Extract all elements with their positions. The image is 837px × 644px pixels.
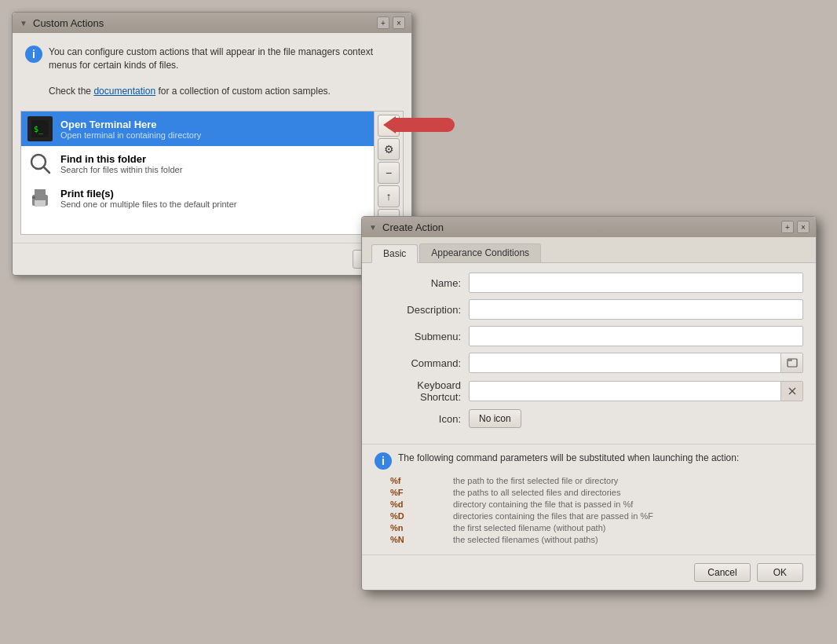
action-text-terminal: Open Terminal Here Open terminal in cont… — [60, 119, 201, 140]
submenu-row: Submenu: — [375, 326, 803, 346]
move-up-button[interactable]: ↑ — [378, 185, 400, 207]
titlebar-arrow-icon[interactable]: ▼ — [19, 18, 28, 27]
svg-rect-9 — [788, 359, 792, 361]
action-title-find: Find in this folder — [60, 153, 182, 165]
info-text-main: You can configure custom actions that wi… — [49, 46, 373, 71]
info-box: i You can configure custom actions that … — [20, 41, 404, 103]
actions-container: $_ Open Terminal Here Open terminal in c… — [20, 111, 404, 235]
param-key-f: %f — [390, 476, 453, 485]
create-action-footer: Cancel OK — [362, 554, 816, 590]
svg-rect-7 — [32, 196, 35, 199]
keyboard-field-group — [469, 381, 803, 401]
command-row: Command: — [375, 353, 803, 373]
param-desc-d: directory containing the file that is pa… — [453, 499, 633, 509]
name-row: Name: — [375, 273, 803, 293]
terminal-icon: $_ — [27, 116, 53, 141]
param-key-D: %D — [390, 511, 453, 521]
description-input[interactable] — [469, 299, 803, 320]
action-subtitle-find: Search for files within this folder — [60, 165, 182, 174]
param-desc-n: the first selected filename (without pat… — [453, 523, 605, 532]
keyboard-row: Keyboard Shortcut: — [375, 379, 803, 403]
keyboard-clear-button[interactable] — [781, 381, 803, 401]
create-action-titlebar-left: ▼ Create Action — [368, 221, 444, 233]
printer-icon — [27, 185, 53, 210]
command-label: Command: — [375, 357, 469, 369]
create-action-window: ▼ Create Action + × Basic Appearance Con… — [361, 216, 817, 591]
description-label: Description: — [375, 304, 469, 316]
command-browse-button[interactable] — [781, 353, 803, 373]
info-text: You can configure custom actions that wi… — [49, 46, 399, 98]
param-desc-N: the selected filenames (without paths) — [453, 535, 598, 544]
create-action-arrow-icon[interactable]: ▼ — [368, 222, 378, 232]
info-panel-text: The following command parameters will be… — [398, 452, 739, 463]
action-text-find: Find in this folder Search for files wit… — [60, 153, 182, 174]
action-item-print[interactable]: Print file(s) Send one or multiple files… — [21, 181, 374, 215]
action-subtitle-terminal: Open terminal in containing directory — [60, 130, 201, 140]
no-icon-button[interactable]: No icon — [469, 409, 521, 428]
search-folder-icon — [27, 151, 53, 176]
create-action-titlebar-buttons: + × — [781, 221, 810, 233]
titlebar-left: ▼ Custom Actions — [19, 17, 104, 29]
info-icon: i — [25, 46, 42, 63]
custom-actions-footer: Close — [13, 243, 411, 275]
name-label: Name: — [375, 277, 469, 289]
action-title-terminal: Open Terminal Here — [60, 119, 201, 130]
action-subtitle-print: Send one or multiple files to the defaul… — [60, 199, 236, 209]
param-row-f: %f the path to the first selected file o… — [390, 476, 803, 485]
custom-actions-window: ▼ Custom Actions + × i You can configure… — [12, 12, 412, 276]
param-row-d: %d directory containing the file that is… — [390, 499, 803, 509]
action-title-print: Print file(s) — [60, 188, 236, 199]
info-text-check: Check the — [49, 86, 91, 97]
name-input[interactable] — [469, 273, 803, 293]
window-close-button[interactable]: × — [393, 16, 405, 29]
action-item-terminal[interactable]: $_ Open Terminal Here Open terminal in c… — [21, 112, 374, 146]
param-desc-F: the paths to all selected files and dire… — [453, 488, 620, 497]
param-key-n: %n — [390, 523, 453, 532]
arrow-head-left — [383, 116, 396, 134]
tab-appearance[interactable]: Appearance Conditions — [419, 243, 541, 262]
custom-actions-body: i You can configure custom actions that … — [13, 33, 411, 243]
command-input[interactable] — [469, 353, 781, 373]
params-table: %f the path to the first selected file o… — [390, 476, 803, 544]
create-action-plus-button[interactable]: + — [781, 221, 794, 233]
submenu-label: Submenu: — [375, 331, 469, 342]
ok-button[interactable]: OK — [757, 563, 803, 582]
keyboard-input[interactable] — [469, 381, 781, 401]
arrow-annotation — [383, 116, 455, 134]
command-field-group — [469, 353, 803, 373]
svg-rect-5 — [35, 189, 46, 196]
param-row-N: %N the selected filenames (without paths… — [390, 535, 803, 544]
param-key-N: %N — [390, 535, 453, 544]
arrow-container — [383, 116, 455, 134]
settings-button[interactable]: ⚙ — [378, 138, 400, 160]
svg-text:$_: $_ — [34, 125, 44, 134]
custom-actions-title: Custom Actions — [33, 17, 104, 29]
documentation-link[interactable]: documentation — [93, 86, 155, 97]
submenu-input[interactable] — [469, 326, 803, 346]
info-panel-top: i The following command parameters will … — [375, 452, 803, 470]
tab-basic[interactable]: Basic — [371, 244, 418, 263]
actions-list: $_ Open Terminal Here Open terminal in c… — [20, 111, 375, 235]
create-action-close-button[interactable]: × — [797, 221, 810, 233]
tabs-bar: Basic Appearance Conditions — [362, 237, 816, 263]
param-desc-f: the path to the first selected file or d… — [453, 476, 618, 485]
param-row-D: %D directories containing the files that… — [390, 511, 803, 521]
info-panel-icon: i — [375, 452, 392, 470]
form-area: Name: Description: Submenu: Command: — [362, 263, 816, 444]
create-action-titlebar: ▼ Create Action + × — [362, 217, 816, 237]
svg-line-3 — [44, 167, 49, 173]
info-text-samples: for a collection of custom action sample… — [158, 86, 330, 97]
custom-actions-titlebar: ▼ Custom Actions + × — [13, 13, 411, 33]
description-row: Description: — [375, 299, 803, 320]
param-key-F: %F — [390, 488, 453, 497]
window-plus-button[interactable]: + — [377, 16, 389, 29]
cancel-button[interactable]: Cancel — [694, 563, 750, 582]
remove-action-button[interactable]: − — [378, 162, 400, 184]
icon-row: Icon: No icon — [375, 409, 803, 428]
info-panel: i The following command parameters will … — [362, 444, 816, 554]
param-row-n: %n the first selected filename (without … — [390, 523, 803, 532]
titlebar-buttons: + × — [377, 16, 405, 29]
param-desc-D: directories containing the files that ar… — [453, 511, 653, 521]
action-item-find[interactable]: Find in this folder Search for files wit… — [21, 146, 374, 181]
param-key-d: %d — [390, 499, 453, 509]
